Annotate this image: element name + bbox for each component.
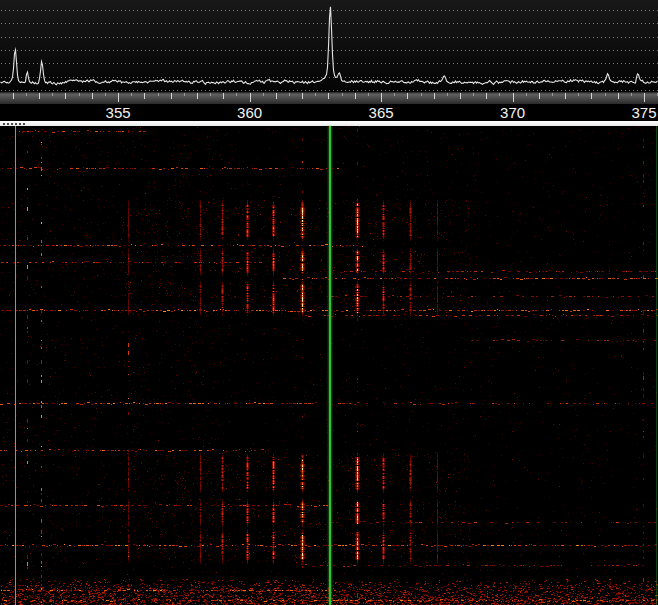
freq-label-355: 355 <box>106 104 131 121</box>
freq-label-365: 365 <box>369 104 394 121</box>
band-edge-marker-line[interactable] <box>15 126 16 605</box>
frequency-ruler[interactable] <box>0 92 658 104</box>
splitter-grip-icon <box>3 123 27 125</box>
spectrum-display[interactable] <box>0 0 658 92</box>
freq-label-370: 370 <box>500 104 525 121</box>
frequency-axis-labels: 355360365370375 <box>0 104 658 121</box>
tuning-indicator-line[interactable] <box>329 126 331 605</box>
right-edge-marker-line <box>656 126 657 605</box>
freq-label-360: 360 <box>237 104 262 121</box>
sdr-display-panel: 355360365370375 <box>0 0 658 605</box>
freq-label-375: 375 <box>632 104 657 121</box>
